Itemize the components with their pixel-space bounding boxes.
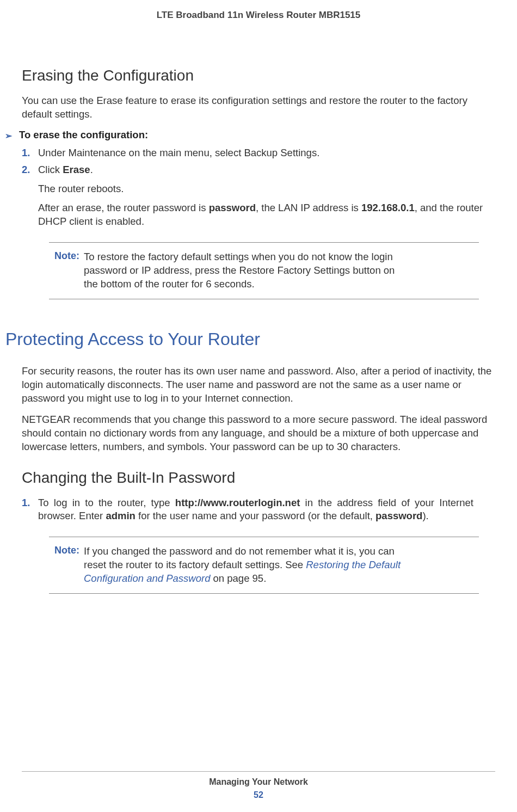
procedure-heading-text: To erase the configuration: — [19, 129, 148, 140]
page-header: LTE Broadband 11n Wireless Router MBR151… — [0, 0, 517, 21]
header-title: LTE Broadband 11n Wireless Router MBR151… — [157, 10, 361, 20]
password-bold: password — [376, 510, 422, 521]
note2-b: on page 95. — [210, 573, 266, 584]
heading-protecting-access: Protecting Access to Your Router — [5, 329, 495, 349]
step-text: Under Maintenance on the main menu, sele… — [38, 147, 319, 158]
note-label: Note: — [54, 250, 79, 291]
page-content: Erasing the Configuration You can use th… — [0, 21, 517, 594]
after-erase-1: After an erase, the router password is — [38, 202, 209, 213]
list-item: 1. Under Maintenance on the main menu, s… — [38, 146, 495, 160]
erase-steps-list: 1. Under Maintenance on the main menu, s… — [38, 146, 495, 229]
note-text: To restore the factory default settings … — [84, 250, 410, 291]
step-number: 1. — [22, 496, 30, 510]
erase-bold: Erase — [63, 164, 90, 175]
ip-bold: 192.168.0.1 — [361, 202, 415, 213]
procedure-heading: ➢ To erase the configuration: — [19, 129, 495, 141]
reboot-text: The router reboots. — [38, 182, 495, 196]
step-number: 2. — [22, 163, 30, 177]
heading-changing-password: Changing the Built-In Password — [22, 469, 495, 487]
list-item: 2. Click Erase. The router reboots. Afte… — [38, 163, 495, 229]
note-block-2: Note: If you changed the password and do… — [49, 537, 479, 594]
heading-erasing-config: Erasing the Configuration — [22, 67, 495, 84]
after-erase-2: , the LAN IP address is — [256, 202, 361, 213]
step-text-prefix: Click — [38, 164, 63, 175]
footer-page-number: 52 — [0, 790, 517, 800]
footer-divider — [22, 771, 495, 772]
arrow-icon: ➢ — [5, 131, 12, 141]
page-footer: Managing Your Network 52 — [0, 771, 517, 800]
step-number: 1. — [22, 146, 30, 160]
step1-d: ). — [422, 510, 428, 521]
security-para-2: NETGEAR recommends that you change this … — [22, 413, 495, 454]
step1-a: To log in to the router, type — [38, 497, 175, 508]
changing-password-list: 1. To log in to the router, type http://… — [38, 496, 495, 524]
admin-bold: admin — [106, 510, 135, 521]
router-url-bold: http://www.routerlogin.net — [175, 497, 300, 508]
note-label: Note: — [54, 545, 79, 586]
after-erase-text: After an erase, the router password is p… — [38, 201, 495, 229]
step1-c: for the user name and your password (or … — [136, 510, 376, 521]
note-text: If you changed the password and do not r… — [84, 545, 410, 586]
footer-title: Managing Your Network — [0, 777, 517, 787]
step-text-suffix: . — [90, 164, 93, 175]
note-block-1: Note: To restore the factory default set… — [49, 242, 479, 299]
intro-text: You can use the Erase feature to erase i… — [22, 94, 495, 121]
list-item: 1. To log in to the router, type http://… — [38, 496, 495, 524]
security-para-1: For security reasons, the router has its… — [22, 365, 495, 405]
password-bold: password — [209, 202, 256, 213]
